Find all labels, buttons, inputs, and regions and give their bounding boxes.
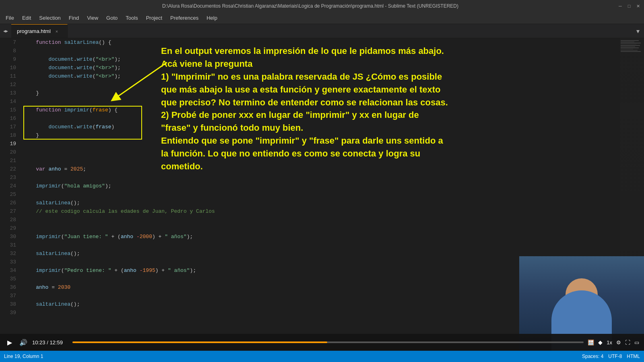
- code-line-14: [20, 97, 620, 106]
- playback-speed[interactable]: 1x: [607, 339, 612, 346]
- video-progress-bar[interactable]: [72, 341, 584, 343]
- code-line-24: imprimir("hola amigos");: [20, 182, 620, 190]
- line-num-25: 25: [0, 190, 20, 199]
- code-line-22: var anho = 2025;: [20, 165, 620, 173]
- line-num-35: 35: [0, 275, 20, 283]
- sublime-icon: ◆: [598, 339, 603, 346]
- code-line-20: [20, 148, 620, 156]
- line-num-18: 18: [0, 131, 20, 140]
- minimize-button[interactable]: ─: [617, 3, 623, 9]
- line-num-20: 20: [0, 148, 20, 156]
- line-num-28: 28: [0, 216, 20, 224]
- line-num-30: 30: [0, 232, 20, 241]
- menu-item-file[interactable]: File: [2, 13, 18, 23]
- line-num-10: 10: [0, 64, 20, 72]
- menu-item-help[interactable]: Help: [202, 13, 221, 23]
- statusbar-left: Line 19, Column 1: [4, 354, 43, 359]
- line-num-23: 23: [0, 173, 20, 182]
- titlebar-title: D:\Alura Rosa\Documentos Rosa\Christian …: [3, 3, 617, 9]
- code-line-17: document.write(frase): [20, 123, 620, 131]
- titlebar: D:\Alura Rosa\Documentos Rosa\Christian …: [0, 0, 644, 12]
- code-line-16: [20, 114, 620, 123]
- line-gutter: 7891011121314151617181920212223242526272…: [0, 38, 20, 351]
- line-num-22: 22: [0, 165, 20, 173]
- line-num-26: 26: [0, 199, 20, 207]
- tab-label: programa.html: [17, 28, 51, 34]
- status-spaces: Spaces: 4: [582, 354, 603, 359]
- line-num-32: 32: [0, 249, 20, 258]
- code-line-21: [20, 156, 620, 165]
- status-line-col: Line 19, Column 1: [4, 354, 43, 359]
- code-line-12: [20, 80, 620, 89]
- tabbar: ◂▸ programa.html × ▾: [0, 24, 644, 38]
- code-line-30: imprimir("Juan tiene: " + (anho -2000) +…: [20, 232, 620, 241]
- line-num-33: 33: [0, 258, 20, 266]
- code-line-11: document.write("<br>");: [20, 72, 620, 80]
- tab-close-icon[interactable]: ×: [56, 29, 58, 34]
- code-line-10: document.write("<br>");: [20, 64, 620, 72]
- line-num-29: 29: [0, 224, 20, 232]
- code-line-31: [20, 241, 620, 249]
- video-progress-fill: [72, 341, 327, 343]
- line-num-14: 14: [0, 97, 20, 106]
- code-line-18: }: [20, 131, 620, 140]
- line-num-39: 39: [0, 309, 20, 317]
- line-num-9: 9: [0, 55, 20, 64]
- windows-icon: 🪟: [588, 339, 594, 346]
- code-line-13: }: [20, 89, 620, 97]
- line-num-13: 13: [0, 89, 20, 97]
- settings-icon[interactable]: ⚙: [616, 339, 621, 346]
- code-line-27: // este codigo calcula las edades de Jua…: [20, 207, 620, 216]
- code-line-8: [20, 47, 620, 55]
- code-line-25: [20, 190, 620, 199]
- status-syntax: HTML: [627, 354, 640, 359]
- menu-item-view[interactable]: View: [83, 13, 102, 23]
- line-num-19: 19: [0, 140, 20, 148]
- line-num-31: 31: [0, 241, 20, 249]
- menu-item-preferences[interactable]: Preferences: [166, 13, 202, 23]
- video-controls-bar: ▶ 🔊 10:23 / 12:59 🪟 ◆ 1x ⚙ ⛶ ▭: [0, 334, 644, 351]
- status-encoding: UTF-8: [608, 354, 622, 359]
- line-num-16: 16: [0, 114, 20, 123]
- menu-item-selection[interactable]: Selection: [35, 13, 64, 23]
- fullscreen-icon[interactable]: ⛶: [625, 339, 630, 346]
- code-line-28: [20, 216, 620, 224]
- line-num-8: 8: [0, 47, 20, 55]
- line-num-38: 38: [0, 300, 20, 309]
- play-button[interactable]: ▶: [5, 339, 14, 346]
- code-line-7: function saltarLinea() {: [20, 38, 620, 47]
- statusbar: Line 19, Column 1 Spaces: 4 UTF-8 HTML: [0, 351, 644, 362]
- line-num-24: 24: [0, 182, 20, 190]
- volume-icon[interactable]: 🔊: [19, 339, 28, 346]
- code-line-9: document.write("<br>");: [20, 55, 620, 64]
- line-num-11: 11: [0, 72, 20, 80]
- line-num-17: 17: [0, 123, 20, 131]
- menubar: FileEditSelectionFindViewGotoToolsProjec…: [0, 12, 644, 24]
- line-num-12: 12: [0, 80, 20, 89]
- code-line-23: [20, 173, 620, 182]
- menu-item-goto[interactable]: Goto: [102, 13, 122, 23]
- code-line-26: saltarLinea();: [20, 199, 620, 207]
- line-num-7: 7: [0, 38, 20, 47]
- video-controls-right: 🪟 ◆ 1x ⚙ ⛶ ▭: [588, 339, 639, 346]
- menu-item-project[interactable]: Project: [142, 13, 166, 23]
- menu-item-tools[interactable]: Tools: [122, 13, 142, 23]
- statusbar-right: Spaces: 4 UTF-8 HTML: [582, 354, 640, 359]
- tab-nav-prev[interactable]: ◂▸: [0, 24, 11, 38]
- close-button[interactable]: ✕: [635, 3, 641, 9]
- line-num-21: 21: [0, 156, 20, 165]
- theater-icon[interactable]: ▭: [634, 339, 639, 346]
- line-num-15: 15: [0, 106, 20, 114]
- line-num-27: 27: [0, 207, 20, 216]
- menu-item-edit[interactable]: Edit: [18, 13, 35, 23]
- line-num-34: 34: [0, 266, 20, 275]
- tab-programa-html[interactable]: programa.html ×: [11, 24, 68, 38]
- menu-item-find[interactable]: Find: [65, 13, 83, 23]
- code-line-29: [20, 224, 620, 232]
- video-time: 10:23 / 12:59: [32, 339, 68, 346]
- tab-dropdown-icon[interactable]: ▾: [632, 24, 644, 38]
- titlebar-controls: ─ □ ✕: [617, 3, 641, 9]
- line-num-36: 36: [0, 283, 20, 292]
- code-line-19: [20, 140, 620, 148]
- maximize-button[interactable]: □: [626, 3, 632, 9]
